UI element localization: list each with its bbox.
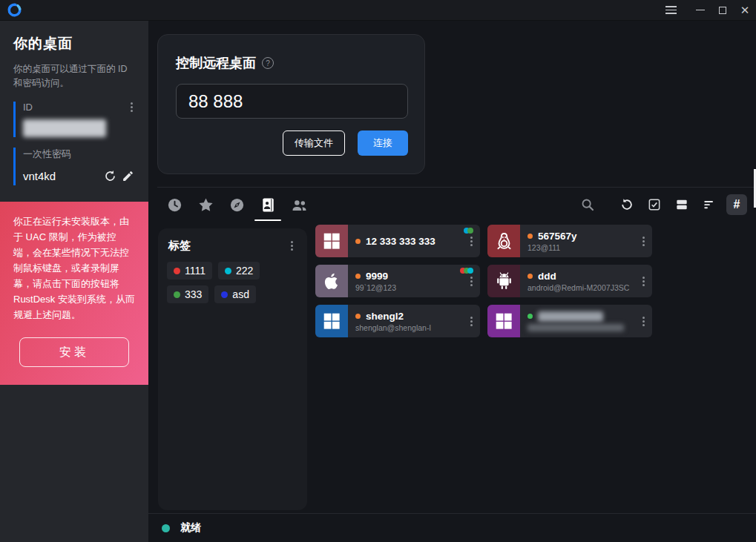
star-icon <box>197 196 214 214</box>
cards-view-icon <box>674 197 689 212</box>
edit-password-icon[interactable] <box>119 168 137 185</box>
peer-name-censored <box>538 311 603 322</box>
peer-card[interactable]: 12 333 333 333 <box>315 225 480 257</box>
peer-username: android@Redmi-M2007J3SC <box>527 283 637 292</box>
tag-label: 333 <box>185 288 202 300</box>
group-icon <box>290 196 309 214</box>
tag-chip[interactable]: 222 <box>218 262 260 280</box>
tag-label: asd <box>232 288 249 300</box>
clock-icon <box>166 196 183 214</box>
tag-color-dot <box>225 268 231 274</box>
titlebar: ✕ <box>0 0 756 21</box>
tab-address-book[interactable] <box>257 194 279 216</box>
maximize-button[interactable] <box>711 0 734 21</box>
rustdesk-window: ✕ 你的桌面 你的桌面可以通过下面的 ID 和密码访问。 ID 一次性密码 <box>0 0 756 542</box>
peer-name: 567567y <box>538 231 577 242</box>
tags-list: 1111222333asd <box>167 262 298 303</box>
connect-title: 控制远程桌面 <box>176 54 256 72</box>
transfer-file-button[interactable]: 传输文件 <box>283 130 345 156</box>
password-section: 一次性密码 vnt4kd <box>13 148 137 185</box>
select-peers-button[interactable] <box>644 194 665 215</box>
address-book-icon <box>260 196 277 214</box>
install-button[interactable]: 安装 <box>19 337 129 367</box>
sort-button[interactable] <box>699 194 720 215</box>
hamburger-icon <box>665 4 677 16</box>
peer-card[interactable]: 999999`12@123 <box>315 265 480 297</box>
remote-id-input[interactable] <box>176 84 408 119</box>
tag-chip[interactable]: asd <box>214 285 256 303</box>
peer-menu-button[interactable] <box>466 235 476 247</box>
tag-chip[interactable]: 333 <box>167 285 208 303</box>
peer-menu-button[interactable] <box>466 275 476 287</box>
compass-icon <box>229 196 246 214</box>
peer-toolbar: # <box>157 187 756 217</box>
peer-menu-button[interactable] <box>638 315 648 327</box>
search-button[interactable] <box>577 194 598 215</box>
tab-recent-sessions[interactable] <box>163 194 185 216</box>
search-icon <box>579 196 596 213</box>
peer-info: shengl2shenglan@shenglan-l <box>348 305 480 337</box>
menu-button[interactable] <box>660 0 682 21</box>
id-menu-button[interactable] <box>126 102 137 113</box>
view-grid-button[interactable]: # <box>726 194 747 215</box>
rustdesk-logo-icon <box>5 1 23 19</box>
sidebar: 你的桌面 你的桌面可以通过下面的 ID 和密码访问。 ID 一次性密码 vnt4… <box>0 21 148 542</box>
peer-name: shengl2 <box>366 311 404 322</box>
status-bar: 就绪 <box>148 513 756 542</box>
peer-username: shenglan@shenglan-l <box>355 323 465 332</box>
peer-tag-dots <box>462 268 473 274</box>
peer-status-dot <box>355 239 361 244</box>
refresh-password-icon[interactable] <box>101 168 119 185</box>
tab-group[interactable] <box>288 194 310 216</box>
tag-label: 222 <box>236 265 253 277</box>
install-notice-text: 你正在运行未安装版本，由于 UAC 限制，作为被控端，会在某些情况下无法控制鼠标… <box>13 214 135 323</box>
id-section: ID <box>13 102 137 137</box>
minimize-button[interactable] <box>689 0 711 21</box>
peer-card[interactable] <box>487 305 652 337</box>
tab-favorites[interactable] <box>194 194 217 216</box>
peer-info <box>520 305 652 337</box>
view-cards-button[interactable] <box>671 194 692 215</box>
status-text: 就绪 <box>180 521 201 535</box>
peer-status-dot <box>527 274 533 279</box>
windows-os-icon <box>315 305 348 337</box>
peer-status-dot <box>355 314 361 319</box>
peer-status-dot <box>527 314 533 319</box>
peer-info: 567567y123@111 <box>520 225 652 257</box>
refresh-button[interactable] <box>617 194 637 215</box>
tab-discovered[interactable] <box>226 194 248 216</box>
sidebar-title: 你的桌面 <box>13 34 137 53</box>
close-icon: ✕ <box>740 4 750 16</box>
sidebar-description: 你的桌面可以通过下面的 ID 和密码访问。 <box>13 62 137 91</box>
peer-menu-button[interactable] <box>638 275 648 287</box>
minimize-icon <box>696 10 705 11</box>
peer-menu-button[interactable] <box>466 315 476 327</box>
peer-menu-button[interactable] <box>638 235 648 247</box>
tag-chip[interactable]: 1111 <box>167 262 212 280</box>
close-button[interactable]: ✕ <box>734 0 756 21</box>
id-value-censored <box>23 119 106 137</box>
peer-card[interactable]: dddandroid@Redmi-M2007J3SC <box>487 265 652 297</box>
linux-os-icon <box>487 225 520 257</box>
help-icon[interactable]: ? <box>262 57 274 69</box>
apple-os-icon <box>315 265 348 297</box>
peer-username: 123@111 <box>527 243 637 252</box>
tags-panel: 标签 1111222333asd <box>158 228 307 510</box>
checkbox-icon <box>647 197 662 212</box>
peer-info: dddandroid@Redmi-M2007J3SC <box>520 265 652 297</box>
maximize-icon <box>719 7 726 14</box>
password-label: 一次性密码 <box>23 148 137 161</box>
connect-button[interactable]: 连接 <box>358 130 408 156</box>
peer-username-censored <box>527 324 624 331</box>
peer-card[interactable]: 567567y123@111 <box>487 225 652 257</box>
status-dot <box>162 524 170 532</box>
peer-username: 99`12@123 <box>355 283 465 292</box>
peers-grid: 12 333 333 333567567y123@111999999`12@12… <box>315 225 652 337</box>
peer-card[interactable]: shengl2shenglan@shenglan-l <box>315 305 480 337</box>
tag-color-dot <box>174 291 180 298</box>
password-value: vnt4kd <box>23 170 101 182</box>
peer-name: 9999 <box>366 271 388 282</box>
tag-color-dot <box>174 268 180 274</box>
tags-menu-button[interactable] <box>286 240 297 252</box>
id-label: ID <box>23 102 33 113</box>
